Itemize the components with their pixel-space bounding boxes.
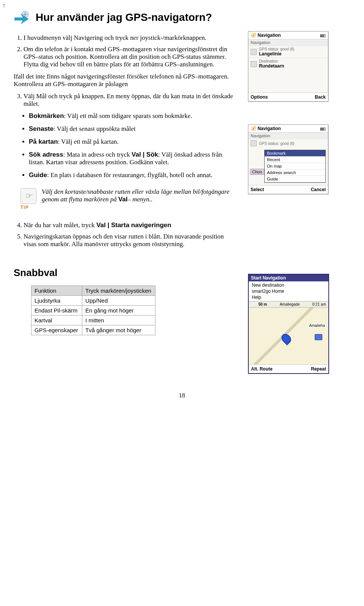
bullet-pa-kartan: På kartan: Välj ett mål på kartan. [29, 138, 237, 146]
tip-text: Välj den kortaste/snabbaste rutten eller… [42, 188, 237, 210]
cell-a: En gång mot höger [82, 306, 155, 316]
table-row: GPS-egenskaper Två gånger mot höger [31, 325, 155, 335]
menu-item[interactable]: Bookmark [265, 150, 325, 157]
steps-list-3: Välj Mål och tryck på knappen. En meny ö… [14, 93, 237, 108]
tip-icon-wrap: ☞ TIP [20, 188, 36, 210]
ph1-dest-row: Destination Rundetaarn [248, 58, 328, 70]
screenshot-column: 🧭 Navigation ▮▮▯ Navigation GPS status: … [248, 31, 350, 374]
fallback-para: Ifall det inte finns något navigeringsfö… [14, 73, 237, 88]
dest-flag-icon [251, 61, 257, 67]
ph2-title: 🧭 Navigation ▮▮▯ [248, 125, 328, 133]
cell-f: Ljudstyrka [31, 296, 82, 306]
gps-flag-icon [251, 49, 257, 55]
gps-flag-icon [251, 140, 257, 146]
bullet-senaste: Senaste: Välj det senast uppsökta målet [29, 125, 237, 133]
table-header-row: Funktion Tryck markören/joysticken [31, 286, 155, 296]
ph2-chip: Choo [250, 169, 264, 175]
page-header: Hur använder jag GPS-navigatorn? [14, 9, 350, 26]
phone-screenshot-1: 🧭 Navigation ▮▮▯ Navigation GPS status: … [248, 31, 328, 102]
cell-f: Kartval [31, 316, 82, 325]
tip-block: ☞ TIP Välj den kortaste/snabbaste rutten… [20, 188, 237, 210]
gps-status: GPS status: good (8) [259, 47, 294, 51]
rest: : En plats i databasen för restauranger,… [47, 171, 212, 179]
ph1-softkeys: Options Back [248, 93, 328, 101]
road-label: Amalieha [308, 323, 326, 328]
menu-item[interactable]: Recent [265, 157, 325, 163]
nav-icon: 🧭 [251, 126, 256, 131]
bullet-sok-adress: Sök adress: Mata in adress och tryck Val… [29, 151, 237, 166]
ph1-title: 🧭 Navigation ▮▮▯ [248, 31, 328, 39]
step-3: Välj Mål och tryck på knappen. En meny ö… [24, 93, 237, 108]
ph2-popup-menu: Bookmark Recent On map Address search Gu… [264, 150, 326, 183]
cell-f: GPS-egenskaper [31, 325, 82, 335]
p3-softkeys: Alt. Route Repeat [249, 364, 328, 373]
cell-a: Två gånger mot höger [82, 325, 155, 335]
step-5: Navigeringskartan öppnas och den visar r… [24, 233, 237, 248]
softkey-left[interactable]: Alt. Route [251, 366, 273, 372]
location-marker-icon [279, 332, 293, 345]
page-number: 18 [14, 392, 350, 399]
rest: : Välj ett mål på kartan. [58, 138, 119, 145]
menu-item[interactable]: Address search [265, 170, 325, 176]
street: Amaliegade [280, 302, 300, 306]
term: Sök adress [29, 151, 63, 158]
time: 0:21 am [312, 302, 326, 306]
mid: : Mata in adress och tryck [63, 151, 132, 158]
arrow-logo-icon [14, 9, 30, 26]
ph1-gps-row: GPS status: good (8) Langelinie [248, 46, 328, 58]
softkey-right[interactable]: Repeat [311, 366, 326, 372]
options-bullets: Bokmärken: Välj ett mål som tidigare spa… [20, 112, 237, 179]
steps-list-4: När du har valt målet, tryck Val | Start… [14, 221, 237, 248]
phone-screenshot-2: 🧭 Navigation ▮▮▯ Navigation GPS status: … [248, 124, 328, 194]
menu-item[interactable]: Guide [265, 176, 325, 182]
rest: : Välj ett mål som tidigare sparats som … [64, 112, 192, 119]
dest-label: Destination [259, 59, 284, 63]
softkey-left[interactable]: Options [251, 94, 268, 100]
phone-screenshot-3: Start Navigation New destination smart2g… [248, 274, 329, 374]
cell-a: I mitten [82, 316, 155, 325]
p3-menu: New destination smart2go Home Help [249, 281, 328, 301]
softkey-left[interactable]: Select [251, 187, 264, 192]
tip-b: Val [118, 196, 128, 203]
col-tryck: Tryck markören/joysticken [82, 286, 155, 296]
step-4: När du har valt målet, tryck Val | Start… [24, 221, 237, 229]
cell-a: Upp/Ned [82, 296, 155, 306]
menu-item[interactable]: Help [249, 294, 328, 300]
table-row: Kartval I mitten [31, 316, 155, 325]
table-row: Endast Pil-skärm En gång mot höger [31, 306, 155, 316]
s4b: Val | Starta navigeringen [96, 221, 171, 229]
step-1: I huvudmenyn välj Navigering och tryck n… [24, 34, 237, 42]
dist: 50 m [258, 302, 267, 306]
term: Bokmärken [29, 112, 64, 119]
tip-label: TIP [20, 205, 36, 210]
hand-pointing-icon: ☞ [20, 188, 36, 204]
col-funktion: Funktion [31, 286, 82, 296]
menu-item[interactable]: On map [265, 163, 325, 170]
ph2-sub: Navigation [248, 133, 328, 139]
table-row: Ljudstyrka Upp/Ned [31, 296, 155, 306]
ph2-gps-row: GPS status: good (8) [248, 139, 328, 148]
p3-map: Amalieha [249, 307, 328, 364]
bullet-guide: Guide: En plats i databasen för restaura… [29, 171, 237, 179]
tip-c: – menyn.. [128, 196, 153, 203]
s4a: När du har valt målet, tryck [24, 221, 96, 229]
ph2-softkeys: Select Cancel [248, 185, 328, 194]
term: På kartan [29, 138, 58, 145]
dest: Rundetaarn [259, 63, 284, 69]
ph1-sub: Navigation [248, 39, 328, 46]
cell-f: Endast Pil-skärm [31, 306, 82, 316]
softkey-right[interactable]: Back [315, 94, 326, 100]
gps-status: GPS status: good (8) [259, 141, 294, 146]
page-title: Hur använder jag GPS-navigatorn? [36, 11, 212, 24]
shortcut-table: Funktion Tryck markören/joysticken Ljuds… [31, 286, 155, 335]
menu-item[interactable]: New destination [249, 282, 328, 288]
p3-title: Start Navigation [249, 275, 328, 281]
step-2: Om din telefon är i kontakt med GPS–mott… [24, 46, 237, 68]
content-column: I huvudmenyn välj Navigering och tryck n… [14, 31, 237, 374]
camera-poi-icon [315, 334, 322, 340]
menu-item[interactable]: smart2go Home [249, 288, 328, 294]
title-text: Navigation [257, 126, 281, 131]
rest: : Välj det senast uppsökta målet [53, 125, 135, 132]
term: Senaste [29, 125, 53, 132]
softkey-right[interactable]: Cancel [311, 187, 326, 192]
